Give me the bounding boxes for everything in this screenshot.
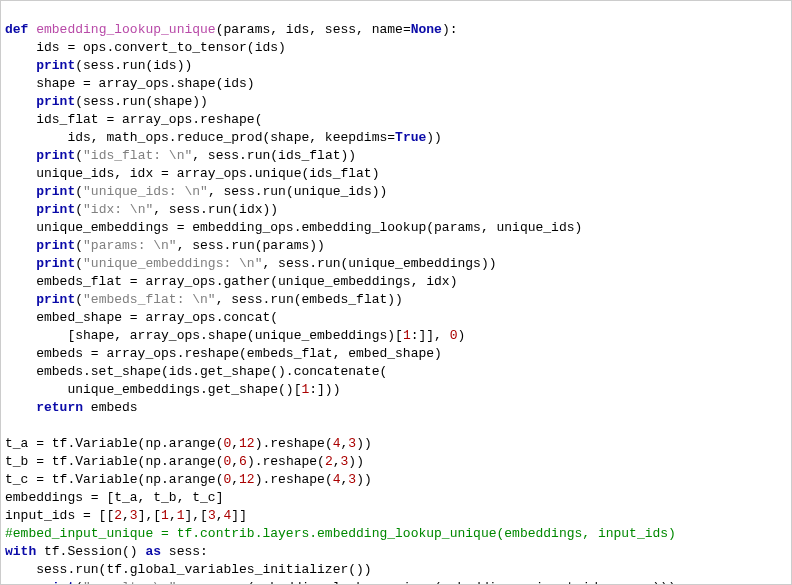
code-line: unique_embeddings = embedding_ops.embedd… [5, 220, 582, 235]
code-line: ids_flat = array_ops.reshape( [5, 112, 262, 127]
code-line: print("ids_flat: \n", sess.run(ids_flat)… [5, 148, 356, 163]
code-line: embed_shape = array_ops.concat( [5, 310, 278, 325]
code-block: def embedding_lookup_unique(params, ids,… [0, 0, 792, 585]
code-line: print("unique_embeddings: \n", sess.run(… [5, 256, 497, 271]
function-name: embedding_lookup_unique [36, 22, 215, 37]
code-line: print("embeds_flat: \n", sess.run(embeds… [5, 292, 403, 307]
code-line: embeds_flat = array_ops.gather(unique_em… [5, 274, 457, 289]
code-line: #embed_input_unique = tf.contrib.layers.… [5, 526, 676, 541]
code-line: with tf.Session() as sess: [5, 544, 208, 559]
code-line: print("params: \n", sess.run(params)) [5, 238, 325, 253]
code-line: print("unique_ids: \n", sess.run(unique_… [5, 184, 387, 199]
code-line: embeds.set_shape(ids.get_shape().concate… [5, 364, 387, 379]
code-line: print("idx: \n", sess.run(idx)) [5, 202, 278, 217]
code-line: [shape, array_ops.shape(unique_embedding… [5, 328, 465, 343]
code-line: unique_embeddings.get_shape()[1:])) [5, 382, 340, 397]
code-line: ids = ops.convert_to_tensor(ids) [5, 40, 286, 55]
code-line: def embedding_lookup_unique(params, ids,… [5, 22, 458, 37]
code-line: input_ids = [[2,3],[1,1],[3,4]] [5, 508, 247, 523]
code-line: shape = array_ops.shape(ids) [5, 76, 255, 91]
code-line: print(sess.run(ids)) [5, 58, 192, 73]
code-line: ids, math_ops.reduce_prod(shape, keepdim… [5, 130, 442, 145]
code-line: t_b = tf.Variable(np.arange(0,6).reshape… [5, 454, 364, 469]
code-line: embeddings = [t_a, t_b, t_c] [5, 490, 223, 505]
code-line: print("result: \n",sess.run(embedding_lo… [5, 580, 676, 585]
code-line: embeds = array_ops.reshape(embeds_flat, … [5, 346, 442, 361]
code-line: print(sess.run(shape)) [5, 94, 208, 109]
keyword-def: def [5, 22, 28, 37]
code-line: sess.run(tf.global_variables_initializer… [5, 562, 372, 577]
code-line: t_c = tf.Variable(np.arange(0,12).reshap… [5, 472, 372, 487]
code-line: return embeds [5, 400, 138, 415]
code-line: unique_ids, idx = array_ops.unique(ids_f… [5, 166, 379, 181]
code-line: t_a = tf.Variable(np.arange(0,12).reshap… [5, 436, 372, 451]
